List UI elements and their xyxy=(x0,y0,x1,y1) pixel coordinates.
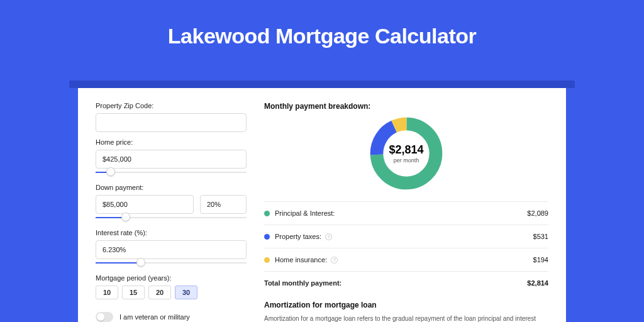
breakdown-value: $531 xyxy=(533,233,548,240)
mortgage-period-group: 10152030 xyxy=(96,286,247,299)
breakdown-row: Principal & Interest:$2,089 xyxy=(264,204,548,222)
calculator-panel: Property Zip Code: Home price: Down paym… xyxy=(78,88,566,322)
breakdown-row: Property taxes:?$531 xyxy=(264,228,548,245)
total-label: Total monthly payment: xyxy=(264,279,341,287)
breakdown-column: Monthly payment breakdown: $2,814 per mo… xyxy=(264,102,548,322)
veteran-toggle[interactable] xyxy=(96,312,113,322)
veteran-label: I am veteran or military xyxy=(119,313,190,321)
page-title: Lakewood Mortgage Calculator xyxy=(0,24,644,48)
donut-amount: $2,814 xyxy=(389,143,423,157)
zip-input[interactable] xyxy=(96,113,247,132)
legend-dot xyxy=(264,211,270,216)
down-payment-pct-input[interactable] xyxy=(200,195,247,214)
info-icon[interactable]: ? xyxy=(325,233,332,240)
period-option-15[interactable]: 15 xyxy=(122,286,145,299)
down-payment-label: Down payment: xyxy=(96,184,247,191)
down-payment-slider[interactable] xyxy=(96,213,247,223)
legend-dot xyxy=(264,257,270,263)
breakdown-name: Home insurance: xyxy=(275,256,327,264)
home-price-label: Home price: xyxy=(96,138,247,146)
legend-dot xyxy=(264,234,270,240)
home-price-slider[interactable] xyxy=(96,167,247,177)
breakdown-name: Principal & Interest: xyxy=(275,209,335,217)
breakdown-header: Monthly payment breakdown: xyxy=(264,102,548,111)
period-option-20[interactable]: 20 xyxy=(148,286,171,299)
zip-label: Property Zip Code: xyxy=(96,102,247,109)
amortization-title: Amortization for mortgage loan xyxy=(264,301,548,309)
breakdown-row: Home insurance:?$194 xyxy=(264,251,548,269)
breakdown-value: $2,089 xyxy=(527,209,548,217)
interest-rate-label: Interest rate (%): xyxy=(96,229,247,236)
breakdown-name: Property taxes: xyxy=(275,233,321,240)
mortgage-period-label: Mortgage period (years): xyxy=(96,274,247,282)
donut-sub: per month xyxy=(394,157,419,164)
period-option-10[interactable]: 10 xyxy=(96,286,118,299)
info-icon[interactable]: ? xyxy=(331,257,338,264)
panel-accent xyxy=(69,80,575,88)
breakdown-value: $194 xyxy=(533,256,548,264)
period-option-30[interactable]: 30 xyxy=(175,286,197,299)
total-value: $2,814 xyxy=(527,279,548,287)
interest-rate-slider[interactable] xyxy=(96,258,247,268)
home-price-input[interactable] xyxy=(96,150,247,169)
inputs-column: Property Zip Code: Home price: Down paym… xyxy=(96,102,247,322)
down-payment-input[interactable] xyxy=(96,195,194,214)
donut-chart: $2,814 per month xyxy=(367,114,445,192)
interest-rate-input[interactable] xyxy=(96,240,247,259)
amortization-text: Amortization for a mortgage loan refers … xyxy=(264,314,548,322)
